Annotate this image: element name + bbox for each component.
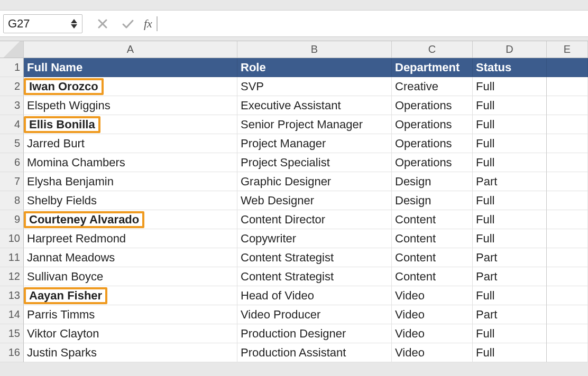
cell-name[interactable]: Elysha Benjamin: [24, 172, 237, 191]
cell-role[interactable]: Copywriter: [237, 229, 392, 248]
header-cell[interactable]: Department: [392, 58, 473, 77]
chevron-down-icon[interactable]: [70, 24, 78, 29]
cell-department[interactable]: Content: [392, 210, 473, 229]
cell-status[interactable]: Full: [473, 115, 547, 134]
cell-status[interactable]: Full: [473, 210, 547, 229]
cell-empty[interactable]: [547, 324, 588, 343]
cell-role[interactable]: Web Designer: [237, 191, 392, 210]
cell-status[interactable]: Part: [473, 248, 547, 267]
cell-department[interactable]: Operations: [392, 96, 473, 115]
cell-department[interactable]: Design: [392, 172, 473, 191]
cell-name[interactable]: Jarred Burt: [24, 134, 237, 153]
row-header-14[interactable]: 14: [0, 305, 24, 324]
cell-name[interactable]: Shelby Fields: [24, 191, 237, 210]
row-header-1[interactable]: 1: [0, 58, 24, 77]
row-header-2[interactable]: 2: [0, 77, 24, 96]
row-header-5[interactable]: 5: [0, 134, 24, 153]
cell-status[interactable]: Full: [473, 324, 547, 343]
col-header-A[interactable]: A: [24, 41, 237, 58]
cell-department[interactable]: Video: [392, 343, 473, 362]
cell-empty[interactable]: [547, 172, 588, 191]
cell-department[interactable]: Creative: [392, 77, 473, 96]
header-cell[interactable]: Status: [473, 58, 547, 77]
cell-name[interactable]: Jannat Meadows: [24, 248, 237, 267]
cell-name[interactable]: Harpreet Redmond: [24, 229, 237, 248]
cell-empty[interactable]: [547, 248, 588, 267]
cell-department[interactable]: Operations: [392, 134, 473, 153]
cell-role[interactable]: Executive Assistant: [237, 96, 392, 115]
cell-status[interactable]: Full: [473, 134, 547, 153]
header-cell[interactable]: Full Name: [24, 58, 237, 77]
col-header-D[interactable]: D: [473, 41, 547, 58]
cell-role[interactable]: Content Director: [237, 210, 392, 229]
cell-role[interactable]: SVP: [237, 77, 392, 96]
cell-role[interactable]: Production Assistant: [237, 343, 392, 362]
row-header-4[interactable]: 4: [0, 115, 24, 134]
cell-department[interactable]: Content: [392, 229, 473, 248]
row-header-12[interactable]: 12: [0, 267, 24, 286]
cell-empty[interactable]: [547, 153, 588, 172]
row-header-9[interactable]: 9: [0, 210, 24, 229]
row-header-11[interactable]: 11: [0, 248, 24, 267]
cell-role[interactable]: Senior Project Manager: [237, 115, 392, 134]
chevron-up-icon[interactable]: [70, 18, 78, 24]
cell-name[interactable]: Iwan Orozco: [24, 77, 237, 96]
cell-department[interactable]: Operations: [392, 153, 473, 172]
cell-department[interactable]: Video: [392, 305, 473, 324]
cell-name[interactable]: Momina Chambers: [24, 153, 237, 172]
cell-name[interactable]: Courteney Alvarado: [24, 210, 237, 229]
cells-area[interactable]: Full NameRoleDepartmentStatusIwan Orozco…: [24, 58, 588, 362]
header-cell[interactable]: Role: [237, 58, 392, 77]
cell-department[interactable]: Video: [392, 286, 473, 305]
cell-role[interactable]: Content Strategist: [237, 248, 392, 267]
cell-status[interactable]: Part: [473, 172, 547, 191]
cell-empty[interactable]: [547, 115, 588, 134]
header-cell-empty[interactable]: [547, 58, 588, 77]
col-header-E[interactable]: E: [547, 41, 588, 58]
cell-role[interactable]: Graphic Designer: [237, 172, 392, 191]
cell-status[interactable]: Full: [473, 96, 547, 115]
accept-formula-button[interactable]: [118, 18, 137, 29]
cell-department[interactable]: Video: [392, 324, 473, 343]
cell-status[interactable]: Full: [473, 153, 547, 172]
cell-empty[interactable]: [547, 267, 588, 286]
cell-status[interactable]: Full: [473, 343, 547, 362]
col-header-B[interactable]: B: [237, 41, 392, 58]
cell-name[interactable]: Viktor Clayton: [24, 324, 237, 343]
cell-department[interactable]: Operations: [392, 115, 473, 134]
cell-department[interactable]: Design: [392, 191, 473, 210]
row-header-7[interactable]: 7: [0, 172, 24, 191]
spreadsheet-grid[interactable]: A B C D E 12345678910111213141516 Full N…: [0, 41, 588, 362]
cell-status[interactable]: Part: [473, 305, 547, 324]
formula-input[interactable]: [158, 14, 585, 33]
col-header-C[interactable]: C: [392, 41, 473, 58]
row-header-6[interactable]: 6: [0, 153, 24, 172]
cell-department[interactable]: Content: [392, 248, 473, 267]
cell-name[interactable]: Ellis Bonilla: [24, 115, 237, 134]
cell-empty[interactable]: [547, 286, 588, 305]
row-header-8[interactable]: 8: [0, 191, 24, 210]
cell-role[interactable]: Project Specialist: [237, 153, 392, 172]
row-header-16[interactable]: 16: [0, 343, 24, 362]
cell-status[interactable]: Full: [473, 286, 547, 305]
cell-empty[interactable]: [547, 210, 588, 229]
row-header-13[interactable]: 13: [0, 286, 24, 305]
row-header-10[interactable]: 10: [0, 229, 24, 248]
cell-role[interactable]: Project Manager: [237, 134, 392, 153]
cell-role[interactable]: Video Producer: [237, 305, 392, 324]
cell-empty[interactable]: [547, 77, 588, 96]
cell-name[interactable]: Aayan Fisher: [24, 286, 237, 305]
row-header-3[interactable]: 3: [0, 96, 24, 115]
fx-label[interactable]: fx: [144, 17, 152, 31]
cell-name[interactable]: Sullivan Boyce: [24, 267, 237, 286]
name-box-input[interactable]: [8, 17, 50, 31]
cell-empty[interactable]: [547, 305, 588, 324]
row-header-15[interactable]: 15: [0, 324, 24, 343]
cell-status[interactable]: Full: [473, 229, 547, 248]
name-box-spinners[interactable]: [70, 18, 78, 29]
name-box[interactable]: [3, 14, 82, 33]
cell-role[interactable]: Production Designer: [237, 324, 392, 343]
cell-status[interactable]: Part: [473, 267, 547, 286]
cell-empty[interactable]: [547, 96, 588, 115]
cell-empty[interactable]: [547, 191, 588, 210]
